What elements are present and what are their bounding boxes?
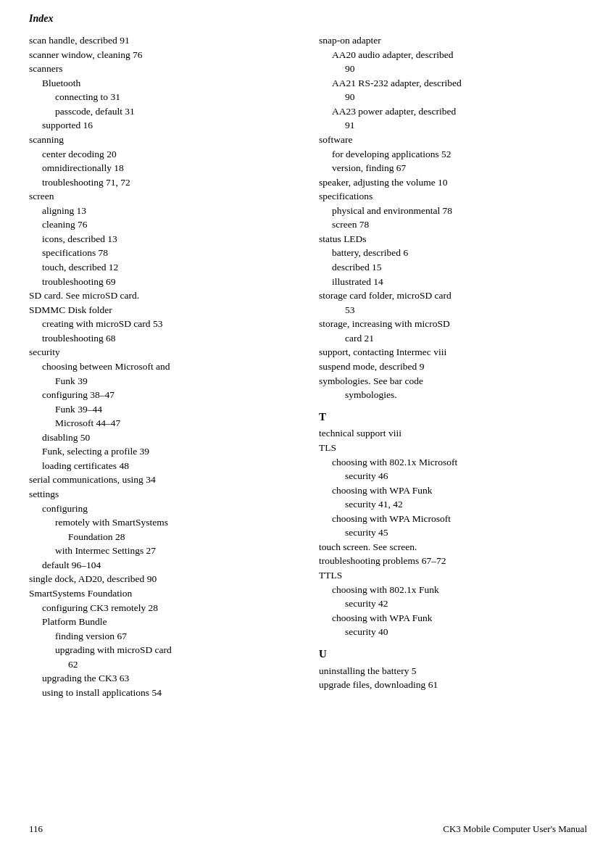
index-item: AA21 RS-232 adapter, described: [319, 76, 587, 91]
index-item: touch, described 12: [29, 260, 297, 275]
index-item: Foundation 28: [29, 530, 297, 544]
index-item: troubleshooting 71, 72: [29, 175, 297, 190]
index-item: AA20 audio adapter, described: [319, 48, 587, 62]
index-item: 62: [29, 657, 297, 672]
index-item: cleaning 76: [29, 217, 297, 232]
index-item: storage, increasing with microSD: [319, 317, 587, 331]
index-item: disabling 50: [29, 431, 297, 445]
index-item: troubleshooting 69: [29, 275, 297, 289]
index-item: scanners: [29, 62, 297, 76]
index-item: screen 78: [319, 217, 587, 232]
index-item: upgrading the CK3 63: [29, 671, 297, 686]
index-item: remotely with SmartSystems: [29, 515, 297, 530]
index-item: configuring 38–47: [29, 388, 297, 402]
index-item: speaker, adjusting the volume 10: [319, 175, 587, 190]
index-item: configuring: [29, 502, 297, 516]
index-item: SD card. See microSD card.: [29, 288, 297, 303]
index-item: Funk 39–44: [29, 402, 297, 417]
index-item: support, contacting Intermec viii: [319, 345, 587, 359]
index-item: uninstalling the battery 5: [319, 664, 587, 678]
index-item: 90: [319, 90, 587, 104]
index-item: SDMMC Disk folder: [29, 303, 297, 317]
index-item: security 42: [319, 596, 587, 611]
index-item: supported 16: [29, 118, 297, 133]
index-item: loading certificates 48: [29, 459, 297, 473]
index-item: symbologies. See bar code: [319, 374, 587, 388]
index-item: center decoding 20: [29, 147, 297, 162]
index-item: 53: [319, 303, 587, 317]
index-item: security 40: [319, 625, 587, 639]
index-item: single dock, AD20, described 90: [29, 572, 297, 586]
manual-title: CK3 Mobile Computer User's Manual: [443, 823, 587, 835]
index-item: choosing with 802.1x Funk: [319, 583, 587, 597]
index-item: connecting to 31: [29, 90, 297, 104]
index-item: software: [319, 133, 587, 147]
index-item: version, finding 67: [319, 161, 587, 175]
index-item: choosing with WPA Funk: [319, 483, 587, 498]
index-item: storage card folder, microSD card: [319, 288, 587, 303]
index-item: security 46: [319, 469, 587, 483]
index-item: technical support viii: [319, 426, 587, 441]
index-item: specifications 78: [29, 246, 297, 260]
index-item: Platform Bundle: [29, 615, 297, 629]
index-item: scanner window, cleaning 76: [29, 48, 297, 62]
index-item: TLS: [319, 441, 587, 455]
index-item: snap-on adapter: [319, 33, 587, 48]
index-item: omnidirectionally 18: [29, 161, 297, 175]
index-item: icons, described 13: [29, 232, 297, 246]
index-item: choosing with WPA Microsoft: [319, 512, 587, 526]
index-item: 91: [319, 118, 587, 133]
index-item: illustrated 14: [319, 275, 587, 289]
index-item: passcode, default 31: [29, 104, 297, 119]
index-item: security 41, 42: [319, 497, 587, 512]
index-item: finding version 67: [29, 629, 297, 644]
index-item: status LEDs: [319, 232, 587, 246]
index-item: aligning 13: [29, 204, 297, 218]
index-item: default 96–104: [29, 558, 297, 573]
index-item: described 15: [319, 260, 587, 275]
index-item: SmartSystems Foundation: [29, 586, 297, 601]
page-header: Index: [0, 0, 616, 28]
index-item: card 21: [319, 331, 587, 346]
right-column: snap-on adapterAA20 audio adapter, descr…: [319, 33, 587, 699]
index-item: AA23 power adapter, described: [319, 104, 587, 119]
header-title: Index: [29, 13, 53, 24]
index-item: Bluetooth: [29, 76, 297, 91]
index-item: scan handle, described 91: [29, 33, 297, 48]
index-item: serial communications, using 34: [29, 473, 297, 487]
index-item: upgrade files, downloading 61: [319, 678, 587, 692]
index-item: TTLS: [319, 568, 587, 583]
index-item: screen: [29, 189, 297, 204]
index-item: specifications: [319, 189, 587, 204]
index-item: using to install applications 54: [29, 686, 297, 700]
index-item: T: [319, 410, 587, 425]
index-item: settings: [29, 487, 297, 502]
index-item: Funk 39: [29, 374, 297, 388]
index-item: 90: [319, 62, 587, 76]
index-item: configuring CK3 remotely 28: [29, 601, 297, 615]
index-item: upgrading with microSD card: [29, 643, 297, 657]
index-item: Microsoft 44–47: [29, 416, 297, 431]
index-item: U: [319, 647, 587, 662]
index-item: creating with microSD card 53: [29, 317, 297, 331]
page-number: 116: [29, 823, 43, 835]
index-item: with Intermec Settings 27: [29, 544, 297, 558]
index-item: scanning: [29, 133, 297, 147]
index-item: touch screen. See screen.: [319, 540, 587, 554]
index-item: choosing with WPA Funk: [319, 611, 587, 625]
index-item: choosing with 802.1x Microsoft: [319, 455, 587, 470]
index-item: troubleshooting problems 67–72: [319, 554, 587, 568]
index-item: battery, described 6: [319, 246, 587, 260]
index-item: choosing between Microsoft and: [29, 359, 297, 374]
index-item: symbologies.: [319, 388, 587, 402]
index-item: Funk, selecting a profile 39: [29, 444, 297, 459]
index-item: physical and environmental 78: [319, 204, 587, 218]
index-item: security: [29, 345, 297, 359]
page-footer: 116 CK3 Mobile Computer User's Manual: [0, 823, 616, 835]
index-item: suspend mode, described 9: [319, 359, 587, 374]
index-item: for developing applications 52: [319, 147, 587, 162]
left-column: scan handle, described 91scanner window,…: [29, 33, 297, 699]
index-item: troubleshooting 68: [29, 331, 297, 346]
index-item: security 45: [319, 525, 587, 540]
